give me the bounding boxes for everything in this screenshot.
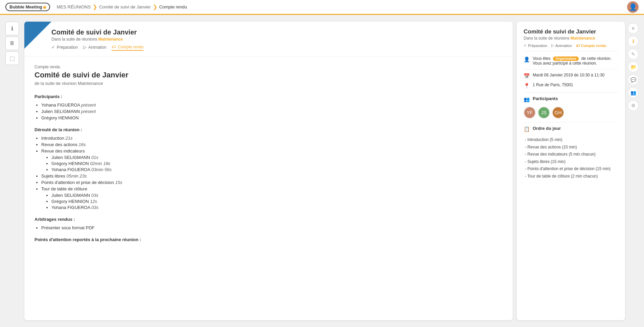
logo-text: Bubble Meeting bbox=[9, 4, 42, 9]
sidebar-screen-btn[interactable]: ⬚ bbox=[5, 51, 19, 65]
info-suite-link[interactable]: Maintenance bbox=[571, 36, 595, 41]
edit-btn[interactable]: ✎ bbox=[628, 49, 639, 60]
logo-area[interactable]: Bubble Meeting bbox=[5, 3, 50, 11]
avatar-1: YF bbox=[524, 107, 536, 119]
tab-nav: ✓ Préparation ▷ Animation 🏷 Compte rendu bbox=[51, 44, 503, 51]
people-btn[interactable]: 👥 bbox=[628, 87, 639, 98]
list-item: Grégory HENNION 12s bbox=[51, 199, 503, 204]
info-suite-line: Dans la suite de réunions Maintenance bbox=[524, 36, 618, 41]
location-icon: 📍 bbox=[524, 83, 530, 89]
breadcrumb: MES RÉUNIONS ❯ Comité de suivi de Janvie… bbox=[57, 4, 187, 10]
ordre-item: - Introduction (5 min) bbox=[525, 136, 618, 144]
organizer-row: 👤 Vous êtes Organisateur de cette réunio… bbox=[524, 56, 618, 66]
arbitrages-list: Présenter sous format PDF bbox=[34, 225, 503, 230]
breadcrumb-compte-rendu[interactable]: Compte rendu bbox=[159, 4, 187, 9]
participants-avatars: YF JS GH bbox=[524, 107, 618, 119]
sub-list: Julien SELIGMANN 03s Grégory HENNION 12s… bbox=[41, 193, 503, 210]
folder-btn[interactable]: 📁 bbox=[628, 62, 639, 72]
info-suite-prefix: Dans la suite de réunions bbox=[524, 36, 569, 41]
ordre-icon: 📋 bbox=[524, 126, 530, 132]
sub-list: Julien SELIGMANN 01s Grégory HENNION 02m… bbox=[41, 155, 503, 172]
participants-panel-label: Participants bbox=[533, 96, 558, 101]
info-tab-preparation-label: Préparation bbox=[528, 44, 547, 48]
blue-triangle-decoration bbox=[24, 22, 51, 49]
breadcrumb-comite[interactable]: Comité de suivi de Janvier bbox=[99, 4, 151, 9]
tab-animation-label: Animation bbox=[88, 45, 106, 50]
main-layout: ℹ 🗎 ⬚ Comité de suivi de Janvier Dans la… bbox=[0, 15, 644, 327]
header-content: Comité de suivi de Janvier Dans la suite… bbox=[51, 28, 503, 51]
ordre-panel-label: Ordre du jour bbox=[533, 126, 561, 131]
info-tab-compte-rendu-label: Compte rendu bbox=[581, 44, 606, 48]
list-item: Revue des indicateurs Julien SELIGMANN 0… bbox=[41, 148, 503, 172]
organizer-badge: Organisateur bbox=[553, 56, 579, 61]
info-panel-btn[interactable]: ℹ bbox=[628, 36, 639, 47]
points-attention-section: Points d'attention reportés à la prochai… bbox=[34, 237, 503, 242]
content-body: Compte rendu Comité de suivi de Janvier … bbox=[24, 56, 513, 257]
tab-animation[interactable]: ▷ Animation bbox=[83, 45, 106, 50]
ordre-item: - Points d'attention et prise de décisio… bbox=[525, 165, 618, 173]
participants-list: Yohana FIGUEROA présent Julien SELIGMANN… bbox=[34, 102, 503, 120]
list-item: Yohana FIGUEROA 03min 56s bbox=[51, 167, 503, 172]
list-item: Grégory HENNION bbox=[41, 115, 503, 120]
ordre-list: - Introduction (5 min) - Revue des actio… bbox=[524, 136, 618, 180]
logo[interactable]: Bubble Meeting bbox=[5, 3, 50, 11]
points-attention-title: Points d'attention reportés à la prochai… bbox=[34, 237, 503, 242]
arbitrages-title: Arbitrages rendus : bbox=[34, 217, 503, 222]
logo-dot bbox=[43, 6, 46, 9]
close-panel-btn[interactable]: ✕ bbox=[628, 23, 639, 34]
content-card: Comité de suivi de Janvier Dans la suite… bbox=[24, 22, 513, 320]
tab-compte-rendu-label: Compte rendu bbox=[118, 45, 143, 49]
ordre-item: - Tour de table de clôture (2 min chacun… bbox=[525, 173, 618, 180]
list-item: Julien SELIGMANN 01s bbox=[51, 155, 503, 160]
info-tab-animation-label: Animation bbox=[555, 44, 572, 48]
list-item: Julien SELIGMANN présent bbox=[41, 109, 503, 114]
divider bbox=[524, 122, 618, 122]
preparation-icon: ✓ bbox=[51, 45, 55, 50]
sidebar-info-btn[interactable]: ℹ bbox=[5, 22, 19, 35]
avatar-2: JS bbox=[538, 107, 550, 119]
user-avatar[interactable]: 👤 bbox=[627, 1, 639, 13]
info-tab-compte-rendu[interactable]: 🏷 Compte rendu bbox=[576, 43, 606, 48]
info-tab-nav: ✓ Préparation ▷ Animation 🏷 Compte rendu bbox=[524, 43, 618, 51]
doc-subtitle: de la suite de réunion Maintenance bbox=[34, 81, 503, 86]
list-item: Yohana FIGUEROA 03s bbox=[51, 205, 503, 210]
calendar-icon: 📅 bbox=[524, 73, 530, 79]
participants-title: Participants : bbox=[34, 94, 503, 99]
arbitrages-section: Arbitrages rendus : Présenter sous forma… bbox=[34, 217, 503, 230]
deroulement-section: Déroulé de la réunion : Introduction 21s… bbox=[34, 127, 503, 210]
date-text: Mardi 08 Janvier 2019 de 10:30 à 11:30 bbox=[533, 73, 604, 77]
divider bbox=[524, 69, 618, 69]
doc-title: Comité de suivi de Janvier bbox=[34, 71, 503, 79]
list-item: Grégory HENNION 02min 18s bbox=[51, 161, 503, 166]
sidebar-doc-btn[interactable]: 🗎 bbox=[5, 37, 19, 50]
breadcrumb-mes-reunions[interactable]: MES RÉUNIONS bbox=[57, 4, 91, 9]
settings-btn[interactable]: ⚙ bbox=[628, 100, 639, 111]
avatar-3: GH bbox=[552, 107, 564, 119]
tab-preparation-label: Préparation bbox=[57, 45, 78, 50]
top-nav: Bubble Meeting MES RÉUNIONS ❯ Comité de … bbox=[0, 0, 644, 15]
right-panel: Comité de suivi de Janvier Dans la suite… bbox=[517, 22, 639, 320]
date-row: 📅 Mardi 08 Janvier 2019 de 10:30 à 11:30 bbox=[524, 73, 618, 79]
tab-preparation[interactable]: ✓ Préparation bbox=[51, 45, 78, 50]
list-item: Yohana FIGUEROA présent bbox=[41, 102, 503, 108]
tab-compte-rendu[interactable]: 🏷 Compte rendu bbox=[112, 44, 143, 51]
list-item: Introduction 21s bbox=[41, 136, 503, 141]
deroulement-title: Déroulé de la réunion : bbox=[34, 127, 503, 132]
chat-btn[interactable]: 💬 bbox=[628, 74, 639, 85]
breadcrumb-sep-2: ❯ bbox=[153, 4, 157, 10]
location-text: 1 Rue de Paris, 75001 bbox=[533, 83, 573, 87]
list-item: Points d'attention et prise de décision … bbox=[41, 180, 503, 185]
list-item: Présenter sous format PDF bbox=[41, 225, 503, 230]
suite-prefix: Dans la suite de réunions bbox=[51, 37, 97, 42]
info-tab-animation[interactable]: ▷ Animation bbox=[551, 43, 572, 48]
meeting-title: Comité de suivi de Janvier bbox=[51, 28, 503, 36]
ordre-item: - Revue des actions (15 min) bbox=[525, 144, 618, 151]
icon-sidebar: ✕ ℹ ✎ 📁 💬 👥 ⚙ bbox=[628, 22, 639, 320]
list-item: Sujets libres 05min 23s bbox=[41, 173, 503, 179]
info-panel: Comité de suivi de Janvier Dans la suite… bbox=[517, 22, 625, 320]
list-item: Revue des actions 16s bbox=[41, 142, 503, 147]
organizer-text: Vous êtes Organisateur de cette réunion.… bbox=[533, 56, 612, 66]
location-row: 📍 1 Rue de Paris, 75001 bbox=[524, 83, 618, 89]
suite-link[interactable]: Maintenance bbox=[98, 37, 123, 42]
info-tab-preparation[interactable]: ✓ Préparation bbox=[524, 43, 547, 48]
